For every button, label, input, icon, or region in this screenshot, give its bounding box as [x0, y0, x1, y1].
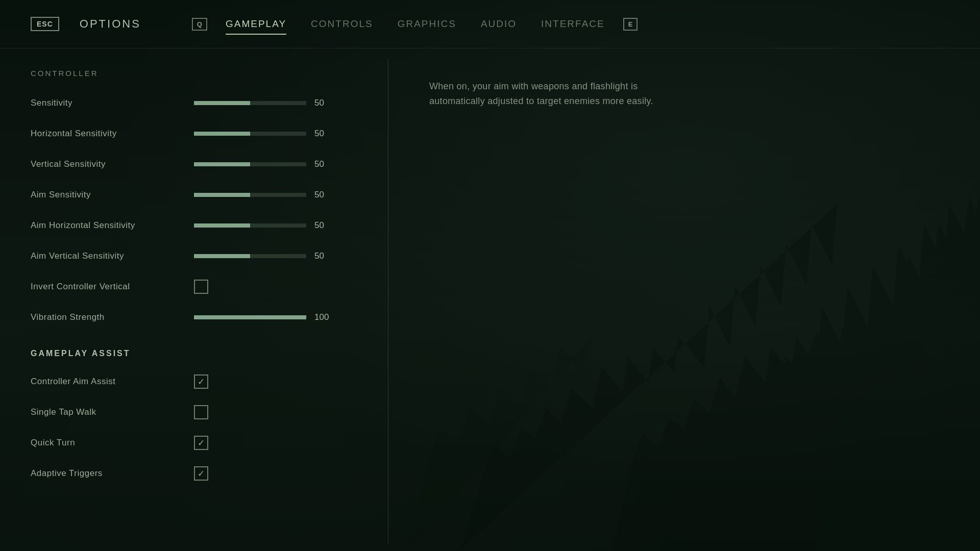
setting-row-aim-sensitivity: Aim Sensitivity 50 — [31, 182, 357, 208]
horizontal-sensitivity-label: Horizontal Sensitivity — [31, 129, 194, 139]
sensitivity-slider-fill — [194, 101, 250, 105]
setting-row-sensitivity: Sensitivity 50 — [31, 90, 357, 116]
single-tap-walk-label: Single Tap Walk — [31, 407, 194, 417]
e-badge[interactable]: E — [623, 18, 638, 31]
aim-sensitivity-slider-fill — [194, 193, 250, 197]
aim-sensitivity-value: 50 — [314, 190, 333, 200]
aim-vertical-sensitivity-slider-track[interactable] — [194, 254, 306, 258]
aim-horizontal-sensitivity-slider-fill — [194, 223, 250, 228]
tab-gameplay[interactable]: GAMEPLAY — [213, 14, 299, 34]
aim-horizontal-sensitivity-slider-track[interactable] — [194, 223, 306, 228]
controller-aim-assist-label: Controller Aim Assist — [31, 377, 194, 387]
main-content: CONTROLLER Sensitivity 50 Horizontal Sen… — [0, 48, 980, 551]
aim-sensitivity-slider-container[interactable]: 50 — [194, 190, 333, 200]
nav-tabs: Q GAMEPLAY CONTROLS GRAPHICS AUDIO INTER… — [192, 14, 638, 34]
aim-horizontal-sensitivity-value: 50 — [314, 220, 333, 231]
setting-row-quick-turn: Quick Turn — [31, 430, 357, 456]
tab-graphics[interactable]: GRAPHICS — [385, 14, 469, 34]
horizontal-sensitivity-value: 50 — [314, 129, 333, 139]
gameplay-assist-section-title: GAMEPLAY ASSIST — [31, 349, 357, 358]
vibration-strength-slider-track[interactable] — [194, 315, 306, 319]
aim-vertical-sensitivity-value: 50 — [314, 251, 333, 261]
header: ESC OPTIONS Q GAMEPLAY CONTROLS GRAPHICS… — [0, 0, 980, 48]
adaptive-triggers-checkbox[interactable] — [194, 466, 208, 481]
aim-vertical-sensitivity-slider-container[interactable]: 50 — [194, 251, 333, 261]
setting-row-vibration-strength: Vibration Strength 100 — [31, 304, 357, 331]
controller-section-title: CONTROLLER — [31, 69, 357, 78]
vertical-sensitivity-slider-track[interactable] — [194, 162, 306, 166]
esc-badge[interactable]: ESC — [31, 17, 59, 31]
adaptive-triggers-label: Adaptive Triggers — [31, 468, 194, 479]
setting-row-single-tap-walk: Single Tap Walk — [31, 399, 357, 425]
aim-sensitivity-slider-track[interactable] — [194, 193, 306, 197]
sensitivity-slider-container[interactable]: 50 — [194, 98, 333, 108]
setting-row-vertical-sensitivity: Vertical Sensitivity 50 — [31, 151, 357, 178]
single-tap-walk-checkbox[interactable] — [194, 405, 208, 419]
setting-row-horizontal-sensitivity: Horizontal Sensitivity 50 — [31, 120, 357, 147]
vertical-sensitivity-value: 50 — [314, 159, 333, 169]
tab-interface[interactable]: INTERFACE — [529, 14, 617, 34]
vertical-sensitivity-slider-fill — [194, 162, 250, 166]
settings-panel: CONTROLLER Sensitivity 50 Horizontal Sen… — [0, 48, 388, 551]
tab-audio[interactable]: AUDIO — [469, 14, 529, 34]
options-title: OPTIONS — [80, 17, 141, 31]
vibration-strength-slider-container[interactable]: 100 — [194, 312, 333, 322]
vertical-sensitivity-slider-container[interactable]: 50 — [194, 159, 333, 169]
sensitivity-value: 50 — [314, 98, 333, 108]
tab-controls[interactable]: CONTROLS — [299, 14, 385, 34]
setting-row-controller-aim-assist: Controller Aim Assist — [31, 368, 357, 395]
sensitivity-slider-track[interactable] — [194, 101, 306, 105]
setting-row-aim-horizontal-sensitivity: Aim Horizontal Sensitivity 50 — [31, 212, 357, 239]
sensitivity-label: Sensitivity — [31, 98, 194, 108]
vertical-sensitivity-label: Vertical Sensitivity — [31, 159, 194, 169]
q-badge[interactable]: Q — [192, 18, 207, 31]
invert-controller-vertical-checkbox[interactable] — [194, 280, 208, 294]
aim-vertical-sensitivity-slider-fill — [194, 254, 250, 258]
aim-vertical-sensitivity-label: Aim Vertical Sensitivity — [31, 251, 194, 261]
controller-aim-assist-checkbox[interactable] — [194, 374, 208, 389]
vibration-strength-slider-fill — [194, 315, 306, 319]
aim-horizontal-sensitivity-label: Aim Horizontal Sensitivity — [31, 220, 194, 231]
invert-controller-vertical-label: Invert Controller Vertical — [31, 282, 194, 292]
aim-sensitivity-label: Aim Sensitivity — [31, 190, 194, 200]
aim-horizontal-sensitivity-slider-container[interactable]: 50 — [194, 220, 333, 231]
setting-row-aim-vertical-sensitivity: Aim Vertical Sensitivity 50 — [31, 243, 357, 269]
horizontal-sensitivity-slider-track[interactable] — [194, 132, 306, 136]
vibration-strength-label: Vibration Strength — [31, 312, 194, 322]
setting-row-invert-controller-vertical: Invert Controller Vertical — [31, 273, 357, 300]
info-panel: When on, your aim with weapons and flash… — [388, 48, 980, 551]
quick-turn-checkbox[interactable] — [194, 436, 208, 450]
setting-row-adaptive-triggers: Adaptive Triggers — [31, 460, 357, 487]
info-description: When on, your aim with weapons and flash… — [429, 79, 684, 109]
quick-turn-label: Quick Turn — [31, 438, 194, 448]
horizontal-sensitivity-slider-fill — [194, 132, 250, 136]
horizontal-sensitivity-slider-container[interactable]: 50 — [194, 129, 333, 139]
vibration-strength-value: 100 — [314, 312, 333, 322]
